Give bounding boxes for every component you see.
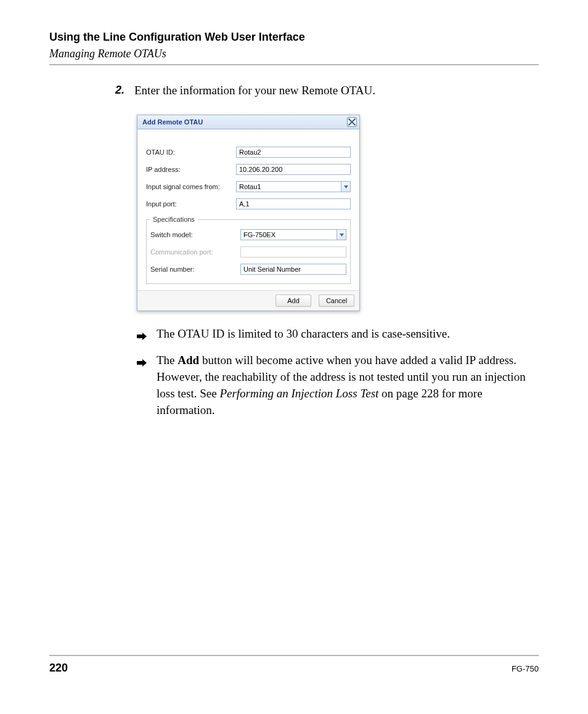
combo-input-signal[interactable] bbox=[236, 181, 351, 192]
bullet-2-ital: Performing an Injection Loss Test bbox=[219, 387, 378, 400]
bullet-2-pre: The bbox=[157, 354, 178, 367]
page-subtitle: Managing Remote OTAUs bbox=[49, 47, 539, 60]
input-otau-id[interactable] bbox=[236, 147, 351, 158]
step-text: Enter the information for your new Remot… bbox=[134, 84, 539, 97]
bullet-2-text: The Add button will become active when y… bbox=[157, 352, 539, 419]
page-number: 220 bbox=[49, 662, 68, 675]
combo-input-signal-text[interactable] bbox=[236, 181, 341, 192]
field-communication-port: Communication port: bbox=[150, 246, 346, 258]
close-icon[interactable] bbox=[347, 117, 357, 127]
label-switch-model: Switch model: bbox=[150, 231, 237, 238]
footer-rule bbox=[49, 655, 539, 656]
chevron-down-icon[interactable] bbox=[337, 229, 346, 240]
add-remote-otau-dialog: Add Remote OTAU OTAU ID: IP address: Inp… bbox=[137, 115, 360, 311]
bullet-2-bold: Add bbox=[178, 354, 199, 367]
label-ip-address: IP address: bbox=[146, 166, 232, 173]
label-serial-number: Serial number: bbox=[150, 266, 237, 273]
arrow-icon bbox=[137, 352, 148, 419]
combo-switch-model-text[interactable] bbox=[240, 229, 337, 240]
dialog-header: Add Remote OTAU bbox=[137, 115, 359, 129]
field-otau-id: OTAU ID: bbox=[146, 147, 351, 158]
combo-switch-model[interactable] bbox=[240, 229, 346, 240]
input-input-port[interactable] bbox=[236, 198, 351, 209]
step-number: 2. bbox=[111, 84, 125, 97]
specifications-group: Specifications Switch model: Communicati… bbox=[146, 216, 351, 284]
field-switch-model: Switch model: bbox=[150, 229, 346, 240]
input-serial-number[interactable] bbox=[240, 264, 346, 275]
field-ip-address: IP address: bbox=[146, 164, 351, 175]
label-input-signal: Input signal comes from: bbox=[146, 183, 232, 190]
bullet-1: The OTAU ID is limited to 30 characters … bbox=[137, 326, 539, 345]
footer: 220 FG-750 bbox=[49, 662, 539, 675]
add-button[interactable]: Add bbox=[276, 294, 311, 307]
input-communication-port bbox=[240, 246, 346, 258]
arrow-icon bbox=[137, 326, 148, 345]
field-serial-number: Serial number: bbox=[150, 264, 346, 275]
chevron-down-icon[interactable] bbox=[341, 181, 351, 192]
cancel-button[interactable]: Cancel bbox=[319, 294, 354, 307]
label-communication-port: Communication port: bbox=[150, 248, 237, 256]
product-code: FG-750 bbox=[512, 664, 539, 673]
label-input-port: Input port: bbox=[146, 200, 232, 208]
field-input-port: Input port: bbox=[146, 198, 351, 209]
input-ip-address[interactable] bbox=[236, 164, 351, 175]
field-input-signal: Input signal comes from: bbox=[146, 181, 351, 192]
step-2: 2. Enter the information for your new Re… bbox=[111, 84, 539, 97]
header-rule bbox=[49, 64, 539, 65]
dialog-title: Add Remote OTAU bbox=[142, 118, 203, 126]
label-otau-id: OTAU ID: bbox=[146, 148, 232, 156]
bullet-2: The Add button will become active when y… bbox=[137, 352, 539, 419]
dialog-button-bar: Add Cancel bbox=[137, 290, 359, 310]
bullet-1-text: The OTAU ID is limited to 30 characters … bbox=[157, 326, 539, 345]
specifications-legend: Specifications bbox=[150, 216, 197, 223]
page-title: Using the Line Configuration Web User In… bbox=[49, 31, 539, 44]
